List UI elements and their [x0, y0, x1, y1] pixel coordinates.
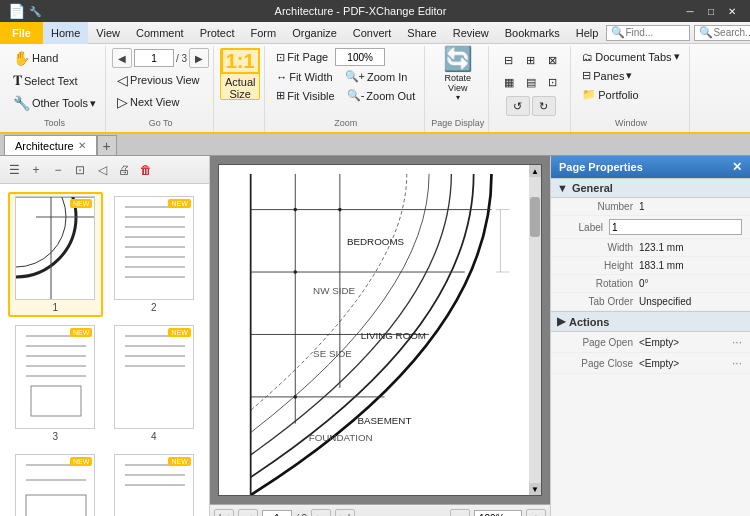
prev-view-button[interactable]: ◁ Previous View — [112, 70, 205, 90]
nav-next-btn[interactable]: ▶ — [189, 48, 209, 68]
menu-home[interactable]: Home — [43, 22, 88, 44]
props-general-section[interactable]: ▼ General — [551, 178, 750, 198]
tab-close-architecture[interactable]: ✕ — [78, 140, 86, 151]
fit-visible-button[interactable]: ⊞ Fit Visible — [271, 87, 339, 104]
page-close-label: Page Close — [559, 358, 639, 369]
fit-visible-icon: ⊞ — [276, 89, 285, 102]
next-view-button[interactable]: ▷ Next View — [112, 92, 184, 112]
page-properties-panel: Page Properties ✕ ▼ General Number 1 Lab… — [550, 156, 750, 516]
panes-icon: ⊟ — [582, 69, 591, 82]
fit-page-icon: ⊡ — [276, 51, 285, 64]
menu-organize[interactable]: Organize — [284, 22, 345, 44]
search-box[interactable]: 🔍 — [694, 25, 750, 41]
zoom-out-nav-btn[interactable]: − — [450, 509, 470, 517]
thumb-item-4[interactable]: NEW 4 — [107, 321, 202, 446]
page-display-1[interactable]: ⊟ — [499, 50, 519, 70]
vertical-scrollbar[interactable]: ▲ ▼ — [529, 165, 541, 495]
actions-collapse-icon: ▶ — [557, 315, 565, 328]
page-display-2[interactable]: ⊞ — [521, 50, 541, 70]
zoom-input[interactable] — [338, 52, 382, 63]
scroll-down-btn[interactable]: ▼ — [529, 483, 541, 495]
maximize-button[interactable]: □ — [701, 0, 721, 22]
doc-tabs-button[interactable]: 🗂 Document Tabs ▾ — [577, 48, 684, 65]
thumb-menu-btn[interactable]: ☰ — [4, 160, 24, 180]
portfolio-button[interactable]: 📁 Portfolio — [577, 86, 643, 103]
page-nav-input[interactable] — [137, 53, 171, 64]
page-first-btn[interactable]: |◀ — [214, 509, 234, 517]
menu-comment[interactable]: Comment — [128, 22, 192, 44]
panes-button[interactable]: ⊟ Panes ▾ — [577, 67, 637, 84]
search-input[interactable] — [713, 27, 750, 38]
page-last-btn[interactable]: ▶| — [335, 509, 355, 517]
menu-view[interactable]: View — [88, 22, 128, 44]
thumb-zoom-out-btn[interactable]: − — [48, 160, 68, 180]
scroll-up-btn[interactable]: ▲ — [529, 165, 541, 177]
zoom-in-nav-btn[interactable]: + — [526, 509, 546, 517]
title-bar-title: Architecture - PDF-XChange Editor — [41, 5, 680, 17]
find-box[interactable]: 🔍 — [606, 25, 690, 41]
rotate-view-button[interactable]: 🔄 Rotate View ▾ — [438, 48, 478, 100]
page-display-6[interactable]: ⊡ — [543, 72, 563, 92]
menu-convert[interactable]: Convert — [345, 22, 400, 44]
zoom-in-button[interactable]: 🔍+ Zoom In — [340, 68, 413, 85]
find-input[interactable] — [625, 27, 685, 38]
menu-form[interactable]: Form — [243, 22, 285, 44]
ribbon-group-actualsize: 1:1 Actual Size - — [216, 46, 265, 132]
thumb-fit-btn[interactable]: ⊡ — [70, 160, 90, 180]
page-prev-btn[interactable]: ◀ — [238, 509, 258, 517]
thumb-label-3: 3 — [52, 431, 58, 442]
label-label: Label — [559, 222, 609, 233]
page-next-btn[interactable]: ▶ — [311, 509, 331, 517]
hand-tool-button[interactable]: ✋ Hand — [8, 48, 63, 68]
spin-btn-a[interactable]: ↺ — [506, 96, 530, 116]
thumb-item-5[interactable]: NEW 5 — [8, 450, 103, 516]
thumb-item-1[interactable]: NEW 1 — [8, 192, 103, 317]
menu-help[interactable]: Help — [568, 22, 607, 44]
thumb-label-4: 4 — [151, 431, 157, 442]
thumb-zoom-in-btn[interactable]: + — [26, 160, 46, 180]
svg-point-49 — [293, 395, 297, 399]
menu-share[interactable]: Share — [399, 22, 444, 44]
page-open-more[interactable]: ··· — [732, 335, 742, 349]
new-tab-button[interactable]: + — [97, 135, 117, 155]
thumb-item-3[interactable]: NEW 3 — [8, 321, 103, 446]
page-display-4[interactable]: ▦ — [499, 72, 519, 92]
minimize-button[interactable]: ─ — [680, 0, 700, 22]
actual-size-icon: 1:1 — [221, 48, 260, 74]
zoom-level-select[interactable]: 100% 75% 125% 150% 200% — [474, 510, 522, 517]
ribbon-group-pagedisplay: ⊟ ⊞ ⊠ ▦ ▤ ⊡ ↺ ↻ - — [491, 46, 571, 132]
page-display-3[interactable]: ⊠ — [543, 50, 563, 70]
menu-protect[interactable]: Protect — [192, 22, 243, 44]
fit-width-button[interactable]: ↔ Fit Width — [271, 68, 337, 85]
width-label: Width — [559, 242, 639, 253]
menu-file[interactable]: File — [0, 22, 43, 44]
svg-text:BEDROOMS: BEDROOMS — [347, 236, 405, 247]
select-text-button[interactable]: 𝐓 Select Text — [8, 70, 83, 91]
close-button[interactable]: ✕ — [722, 0, 742, 22]
thumb-print-btn[interactable]: 🖨 — [114, 160, 134, 180]
ribbon-group-window: 🗂 Document Tabs ▾ ⊟ Panes ▾ 📁 Portfolio … — [573, 46, 689, 132]
menu-bookmarks[interactable]: Bookmarks — [497, 22, 568, 44]
page-properties-close[interactable]: ✕ — [732, 160, 742, 174]
menu-review[interactable]: Review — [445, 22, 497, 44]
thumb-delete-btn[interactable]: 🗑 — [136, 160, 156, 180]
zoom-out-button[interactable]: 🔍- Zoom Out — [342, 87, 421, 104]
doc-tab-architecture[interactable]: Architecture ✕ — [4, 135, 97, 155]
thumb-img-5: NEW — [15, 454, 95, 516]
thumb-item-6[interactable]: NEW 6 — [107, 450, 202, 516]
number-value: 1 — [639, 201, 742, 212]
thumb-item-2[interactable]: NEW 2 — [107, 192, 202, 317]
actual-size-button[interactable]: 1:1 Actual Size — [220, 48, 260, 100]
page-display-5[interactable]: ▤ — [521, 72, 541, 92]
scroll-thumb[interactable] — [530, 197, 540, 237]
page-close-more[interactable]: ··· — [732, 356, 742, 370]
props-actions-section[interactable]: ▶ Actions — [551, 311, 750, 332]
page-number-input[interactable] — [262, 510, 292, 517]
nav-prev-btn[interactable]: ◀ — [112, 48, 132, 68]
fit-page-button[interactable]: ⊡ Fit Page — [271, 49, 333, 66]
thumb-back-btn[interactable]: ◁ — [92, 160, 112, 180]
label-input[interactable] — [609, 219, 742, 235]
other-tools-button[interactable]: 🔧 Other Tools ▾ — [8, 93, 101, 113]
props-row-label: Label — [551, 216, 750, 239]
spin-btn-b[interactable]: ↻ — [532, 96, 556, 116]
